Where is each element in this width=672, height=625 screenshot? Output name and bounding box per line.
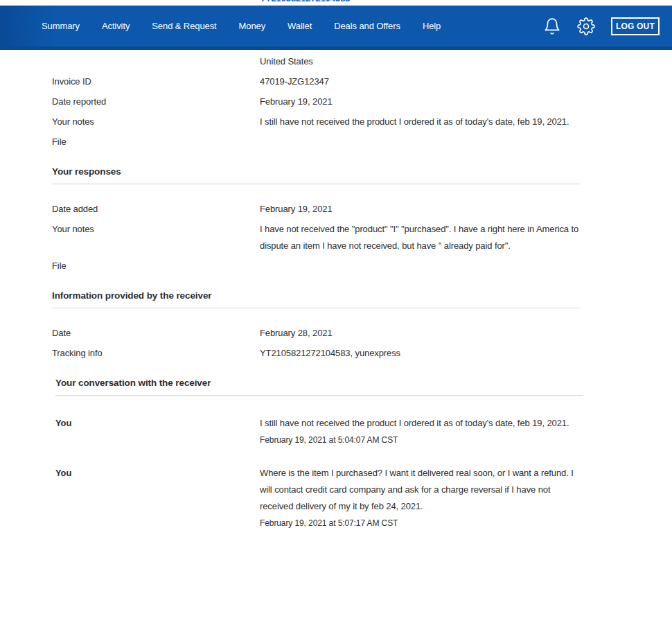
row-label: Invoice ID (52, 73, 260, 90)
your-responses-section: Your responses Date added February 19, 2… (52, 166, 672, 274)
date-row: Date February 28, 2021 (52, 325, 672, 342)
main-navbar: Summary Activity Send & Request Money Wa… (0, 6, 672, 50)
tracking-info-value: YT2105821272104583, yunexpress (260, 345, 580, 362)
nav-item-money[interactable]: Money (239, 21, 266, 31)
invoice-id-value: 47019-JZG12347 (260, 73, 580, 90)
date-reported-value: February 19, 2021 (260, 94, 580, 110)
date-added-value: February 19, 2021 (260, 201, 580, 218)
clipped-top-row: YT2105821272104583 (0, 0, 672, 6)
log-out-button[interactable]: LOG OUT (611, 17, 660, 35)
message-text: Where is the item I purchased? I want it… (260, 465, 580, 515)
section-divider (55, 395, 583, 396)
date-value: February 28, 2021 (260, 325, 580, 342)
notifications-bell-icon[interactable] (543, 17, 561, 35)
case-details-section: United States Invoice ID 47019-JZG12347 … (52, 53, 672, 150)
row-label: File (52, 258, 260, 274)
message-author: You (55, 415, 260, 446)
file-row: File (52, 134, 672, 150)
message-author: You (55, 465, 260, 529)
conversation-message: You I still have not received the produc… (55, 415, 672, 446)
section-title: Information provided by the receiver (52, 290, 580, 302)
country-row: United States (52, 53, 672, 70)
file-row: File (52, 258, 672, 274)
clipped-tracking-link[interactable]: YT2105821272104583 (260, 0, 351, 4)
conversation-message: You Where is the item I purchased? I wan… (55, 465, 672, 529)
nav-right-controls: LOG OUT (543, 17, 660, 35)
message-text: I still have not received the product I … (260, 415, 580, 432)
row-label: Date (52, 325, 260, 342)
your-notes-row: Your notes I have not received the "prod… (52, 221, 672, 254)
nav-item-activity[interactable]: Activity (102, 21, 130, 31)
row-label: Date added (52, 201, 260, 218)
row-label: Tracking info (52, 345, 260, 362)
row-label: Your notes (52, 221, 260, 254)
nav-item-send-request[interactable]: Send & Request (152, 21, 216, 31)
nav-items: Summary Activity Send & Request Money Wa… (42, 21, 441, 31)
section-divider (52, 184, 580, 184)
your-notes-value: I have not received the "product" "I" "p… (260, 221, 580, 254)
message-timestamp: February 19, 2021 at 5:04:07 AM CST (260, 435, 580, 446)
row-label (52, 53, 260, 70)
row-label: File (52, 134, 260, 150)
tracking-info-row: Tracking info YT2105821272104583, yunexp… (52, 345, 672, 362)
case-details-content: United States Invoice ID 47019-JZG12347 … (0, 50, 672, 529)
date-added-row: Date added February 19, 2021 (52, 201, 672, 218)
receiver-info-section: Information provided by the receiver Dat… (52, 290, 672, 362)
nav-item-help[interactable]: Help (423, 21, 441, 31)
file-value (260, 258, 580, 274)
date-reported-row: Date reported February 19, 2021 (52, 94, 672, 110)
section-title: Your responses (52, 166, 580, 178)
message-timestamp: February 19, 2021 at 5:07:17 AM CST (260, 518, 580, 529)
row-label: Your notes (52, 114, 260, 130)
nav-item-wallet[interactable]: Wallet (288, 21, 312, 31)
settings-gear-icon[interactable] (577, 17, 595, 35)
nav-item-summary[interactable]: Summary (42, 21, 80, 31)
section-divider (52, 308, 580, 308)
nav-item-deals-offers[interactable]: Deals and Offers (334, 21, 400, 31)
your-notes-value: I still have not received the product I … (260, 114, 580, 130)
conversation-section: Your conversation with the receiver You … (55, 377, 672, 529)
file-value (260, 134, 580, 150)
country-value: United States (260, 53, 580, 70)
your-notes-row: Your notes I still have not received the… (52, 114, 672, 130)
section-title: Your conversation with the receiver (55, 377, 583, 389)
row-label: Date reported (52, 94, 260, 110)
invoice-id-row: Invoice ID 47019-JZG12347 (52, 73, 672, 90)
